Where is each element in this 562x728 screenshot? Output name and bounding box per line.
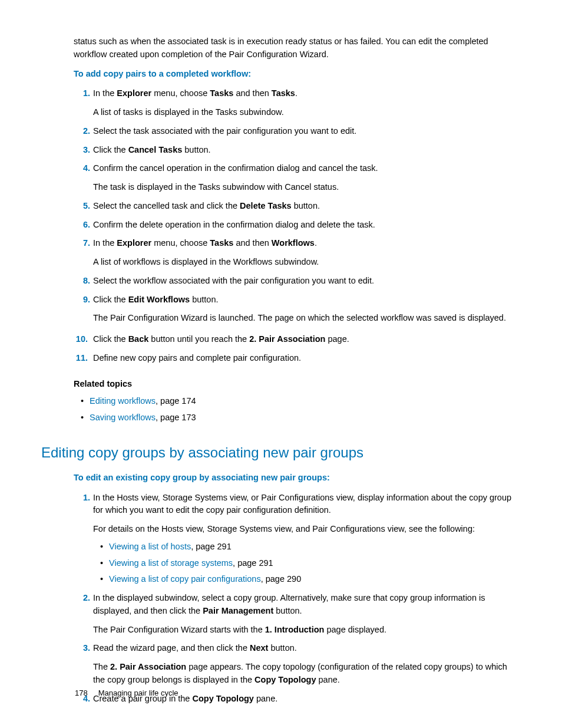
ordered-list-1: 1. In the Explorer menu, choose Tasks an… bbox=[74, 87, 521, 325]
inner-bullet: Viewing a list of storage systems, page … bbox=[93, 557, 521, 570]
step-7: 7. In the Explorer menu, choose Tasks an… bbox=[74, 237, 521, 269]
step-number: 9. bbox=[74, 294, 90, 307]
step-3: 3. Click the Cancel Tasks button. bbox=[74, 144, 521, 157]
step-text: Confirm the cancel operation in the conf… bbox=[93, 163, 378, 173]
step-3: 3. Read the wizard page, and then click … bbox=[74, 642, 521, 686]
step-text: Select the workflow associated with the … bbox=[93, 276, 374, 285]
document-page: status such as when the associated task … bbox=[0, 0, 562, 728]
step-followup: The Pair Configuration Wizard is launche… bbox=[93, 312, 521, 325]
subheading-add-copy-pairs: To add copy pairs to a completed workflo… bbox=[74, 68, 521, 81]
chapter-title: Managing pair life cycle bbox=[98, 689, 178, 697]
step-number: 7. bbox=[74, 237, 90, 250]
step-followup: The 2. Pair Association page appears. Th… bbox=[93, 661, 521, 687]
step-text: Click the Cancel Tasks button. bbox=[93, 145, 211, 154]
step-text: Click the Back button until you reach th… bbox=[93, 334, 349, 344]
step-number: 2. bbox=[74, 592, 90, 605]
related-item: Editing workflows, page 174 bbox=[74, 395, 521, 408]
inner-bullet: Viewing a list of hosts, page 291 bbox=[93, 541, 521, 554]
step-number: 10. bbox=[69, 333, 88, 346]
step-number: 5. bbox=[74, 200, 90, 213]
link-editing-workflows[interactable]: Editing workflows bbox=[90, 396, 156, 406]
step-10: 10. Click the Back button until you reac… bbox=[74, 333, 521, 346]
ordered-list-1-cont: 10. Click the Back button until you reac… bbox=[74, 333, 521, 365]
section-heading: Editing copy groups by associating new p… bbox=[41, 442, 521, 463]
intro-paragraph: status such as when the associated task … bbox=[74, 35, 521, 61]
link-view-copy-pair[interactable]: Viewing a list of copy pair configuratio… bbox=[109, 574, 261, 584]
step-followup: A list of workflows is displayed in the … bbox=[93, 256, 521, 269]
step-2: 2. In the displayed subwindow, select a … bbox=[74, 592, 521, 636]
step-number: 2. bbox=[74, 125, 90, 138]
step-number: 3. bbox=[74, 144, 90, 157]
step-8: 8. Select the workflow associated with t… bbox=[74, 275, 521, 288]
step-number: 11. bbox=[69, 352, 88, 365]
inner-bullet: Viewing a list of copy pair configuratio… bbox=[93, 573, 521, 586]
step-text: In the Explorer menu, choose Tasks and t… bbox=[93, 238, 317, 248]
step-1: 1. In the Hosts view, Storage Systems vi… bbox=[74, 492, 521, 587]
step-9: 9. Click the Edit Workflows button. The … bbox=[74, 294, 521, 325]
link-view-hosts[interactable]: Viewing a list of hosts bbox=[109, 542, 191, 551]
step-text: Define new copy pairs and complete pair … bbox=[93, 353, 301, 363]
step-number: 4. bbox=[74, 162, 90, 175]
step-text: Select the task associated with the pair… bbox=[93, 126, 356, 136]
step-number: 1. bbox=[74, 492, 90, 505]
step-5: 5. Select the cancelled task and click t… bbox=[74, 200, 521, 213]
step-text: Confirm the delete operation in the conf… bbox=[93, 220, 375, 229]
link-saving-workflows[interactable]: Saving workflows bbox=[90, 413, 156, 422]
page-content: status such as when the associated task … bbox=[74, 35, 521, 705]
ordered-list-2: 1. In the Hosts view, Storage Systems vi… bbox=[74, 492, 521, 706]
page-footer: 178Managing pair life cycle bbox=[75, 687, 178, 699]
step-number: 3. bbox=[74, 642, 90, 655]
step-11: 11. Define new copy pairs and complete p… bbox=[74, 352, 521, 365]
step-number: 6. bbox=[74, 219, 90, 232]
step-number: 8. bbox=[74, 275, 90, 288]
step-followup: For details on the Hosts view, Storage S… bbox=[93, 523, 521, 536]
subheading-edit-copy-group: To edit an existing copy group by associ… bbox=[74, 472, 521, 485]
step-text: Click the Edit Workflows button. bbox=[93, 295, 218, 304]
related-topics-heading: Related topics bbox=[74, 378, 521, 391]
step-text: Read the wizard page, and then click the… bbox=[93, 643, 297, 653]
step-number: 1. bbox=[74, 87, 90, 100]
step-2: 2. Select the task associated with the p… bbox=[74, 125, 521, 138]
step-followup: The task is displayed in the Tasks subwi… bbox=[93, 181, 521, 194]
page-number: 178 bbox=[75, 689, 88, 697]
step-text: Select the cancelled task and click the … bbox=[93, 201, 320, 210]
step-6: 6. Confirm the delete operation in the c… bbox=[74, 219, 521, 232]
step-text: In the displayed subwindow, select a cop… bbox=[93, 593, 485, 615]
inner-bullet-list: Viewing a list of hosts, page 291 Viewin… bbox=[93, 541, 521, 586]
step-followup: The Pair Configuration Wizard starts wit… bbox=[93, 624, 521, 637]
link-view-storage[interactable]: Viewing a list of storage systems bbox=[109, 558, 233, 568]
step-1: 1. In the Explorer menu, choose Tasks an… bbox=[74, 87, 521, 119]
related-item: Saving workflows, page 173 bbox=[74, 411, 521, 424]
step-followup: A list of tasks is displayed in the Task… bbox=[93, 106, 521, 119]
step-4: 4. Confirm the cancel operation in the c… bbox=[74, 162, 521, 194]
related-topics-list: Editing workflows, page 174 Saving workf… bbox=[74, 395, 521, 424]
step-text: In the Explorer menu, choose Tasks and t… bbox=[93, 88, 297, 98]
step-text: In the Hosts view, Storage Systems view,… bbox=[93, 493, 511, 515]
